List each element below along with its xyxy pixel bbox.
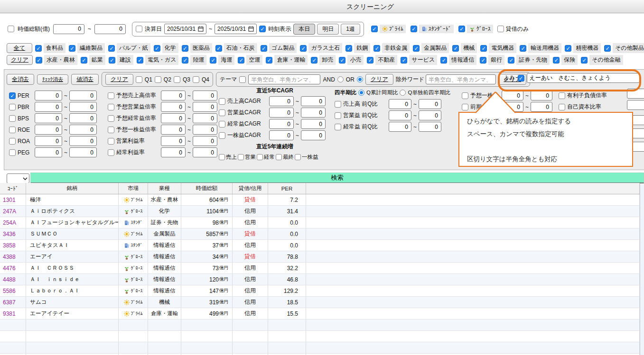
edge-cutoff-input[interactable] [627, 89, 644, 99]
criteria-max-input[interactable] [301, 119, 326, 129]
theme-clear-button[interactable]: クリア [365, 74, 393, 85]
criteria-max-input[interactable] [69, 102, 97, 112]
criteria-max-input[interactable] [69, 113, 97, 123]
criteria-checkbox[interactable] [9, 115, 16, 122]
criteria-min-input[interactable] [161, 125, 186, 135]
column-header[interactable]: 市場 [119, 183, 148, 194]
criteria-checkbox[interactable] [9, 149, 16, 156]
criteria-min-input[interactable] [35, 113, 62, 123]
criteria-max-input[interactable] [301, 130, 326, 140]
criteria-max-input[interactable] [531, 102, 552, 112]
industry-checkbox[interactable] [182, 45, 188, 52]
industry-checkbox[interactable] [266, 57, 272, 64]
criteria-checkbox[interactable] [108, 138, 114, 145]
industry-checkbox[interactable] [81, 57, 87, 64]
table-row[interactable]: 9381エーアイテイーﾌﾟﾗｲﾑ倉庫・運輸499億円信用15.5 [0, 308, 640, 319]
industry-checkbox[interactable] [508, 57, 514, 64]
search-button[interactable]: 検索 [30, 173, 644, 183]
industry-checkbox[interactable] [300, 45, 307, 52]
market-cap-min-input[interactable] [53, 24, 84, 34]
criteria-checkbox[interactable] [219, 98, 225, 105]
streak-checkbox[interactable] [295, 154, 301, 160]
industry-checkbox[interactable] [261, 45, 267, 52]
column-header[interactable]: 貸借/信用 [233, 183, 268, 194]
yomi-checkbox[interactable] [518, 75, 524, 82]
streak-checkbox[interactable] [276, 154, 282, 160]
industry-checkbox[interactable] [109, 57, 115, 64]
industry-checkbox[interactable] [36, 57, 42, 64]
quarter-ratio-radio[interactable] [400, 90, 406, 96]
column-header[interactable] [306, 183, 640, 194]
theme-input[interactable] [248, 74, 320, 84]
edge-cutoff-input[interactable] [627, 100, 644, 110]
column-header[interactable]: PER [268, 183, 306, 194]
criteria-min-input[interactable] [35, 102, 62, 112]
criteria-checkbox[interactable] [335, 101, 341, 108]
industry-checkbox[interactable] [604, 45, 611, 52]
criteria-checkbox[interactable] [108, 92, 114, 99]
quarter-checkbox-Q4[interactable] [193, 76, 199, 83]
criteria-checkbox[interactable] [108, 104, 114, 110]
criteria-max-input[interactable] [419, 110, 441, 120]
industry-checkbox[interactable] [367, 57, 373, 64]
quarter-checkbox-Q2[interactable] [155, 76, 161, 83]
criteria-max-input[interactable] [69, 125, 97, 135]
industry-all-button[interactable]: 全て [7, 43, 32, 53]
table-row[interactable]: 247AＡｉロボティクスｸﾞﾛｰｽ化学1104億円信用31.4 [0, 206, 640, 217]
day-button-1週[interactable]: 1週 [341, 24, 360, 35]
criteria-max-input[interactable] [193, 102, 217, 112]
industry-checkbox[interactable] [440, 57, 447, 64]
industry-checkbox[interactable] [373, 45, 380, 52]
quarter-ratio-radio[interactable] [358, 90, 364, 96]
industry-checkbox[interactable] [339, 57, 345, 64]
clear-all-button[interactable]: 全消去 [7, 74, 34, 85]
market-checkbox[interactable] [371, 26, 378, 32]
quarter-clear-button[interactable]: クリア [105, 74, 133, 85]
market-checkbox[interactable] [458, 26, 465, 32]
criteria-min-input[interactable] [389, 99, 411, 109]
exclude-input[interactable] [426, 74, 496, 84]
table-row[interactable]: 1301極洋ﾌﾟﾗｲﾑ水産・農林604億円貸借7.2 [0, 194, 640, 206]
market-checkbox[interactable] [411, 26, 417, 32]
table-row[interactable]: 4488ＡＩ ｉｎｓｉｄｅｸﾞﾛｰｽ情報通信120億円信用46.8 [0, 274, 640, 285]
criteria-max-input[interactable] [193, 91, 217, 100]
table-row[interactable]: 4388エーアイｸﾞﾛｰｽ情報通信34億円貸借78.8 [0, 251, 640, 263]
criteria-max-input[interactable] [193, 113, 217, 123]
settlement-date-to-input[interactable]: 2025/10/31 [215, 24, 257, 34]
criteria-max-input[interactable] [531, 91, 552, 100]
criteria-checkbox[interactable] [9, 92, 16, 99]
criteria-min-input[interactable] [389, 110, 411, 120]
clear-checks-button[interactable]: ﾁｪｯｸ消去 [37, 74, 68, 84]
market-cap-checkbox[interactable] [8, 26, 14, 32]
settlement-date-checkbox[interactable] [136, 26, 142, 32]
industry-checkbox[interactable] [210, 57, 216, 64]
industry-checkbox[interactable] [215, 45, 222, 52]
column-header[interactable]: 銘柄 [26, 183, 119, 194]
day-button-明日[interactable]: 明日 [317, 24, 339, 35]
criteria-min-input[interactable] [269, 119, 294, 129]
table-row[interactable]: 3436ＳＵＭＣＯﾌﾟﾗｲﾑ金属製品5857億円貸借0.0 [0, 228, 640, 240]
industry-checkbox[interactable] [238, 57, 244, 64]
criteria-max-input[interactable] [301, 108, 326, 118]
criteria-min-input[interactable] [389, 122, 411, 132]
industry-checkbox[interactable] [311, 57, 317, 64]
industry-checkbox[interactable] [182, 57, 188, 64]
streak-checkbox[interactable] [238, 154, 244, 160]
criteria-max-input[interactable] [193, 125, 217, 135]
criteria-checkbox[interactable] [559, 92, 565, 99]
industry-checkbox[interactable] [452, 45, 459, 52]
criteria-min-input[interactable] [35, 125, 62, 135]
criteria-max-input[interactable] [301, 96, 326, 106]
industry-clear-button[interactable]: クリア [7, 55, 33, 65]
industry-checkbox[interactable] [401, 57, 407, 64]
criteria-checkbox[interactable] [108, 127, 114, 133]
industry-checkbox[interactable] [581, 57, 588, 64]
industry-checkbox[interactable] [35, 45, 42, 52]
criteria-checkbox[interactable] [335, 124, 341, 130]
criteria-min-input[interactable] [161, 102, 186, 112]
streak-checkbox[interactable] [219, 154, 225, 160]
industry-checkbox[interactable] [480, 57, 486, 64]
and-radio[interactable] [337, 76, 344, 82]
criteria-checkbox[interactable] [462, 92, 468, 99]
time-display-checkbox[interactable] [259, 26, 266, 32]
